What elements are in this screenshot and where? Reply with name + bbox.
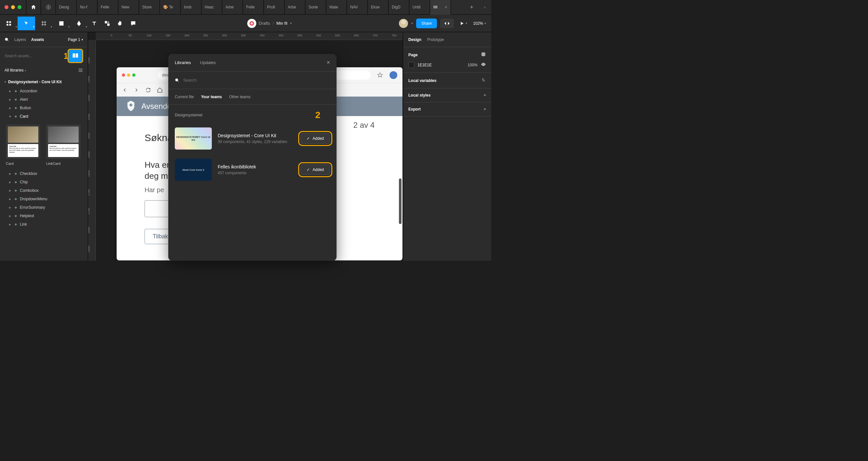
file-tab[interactable]: Untit xyxy=(409,0,430,15)
shape-tool[interactable]: ▾ xyxy=(53,17,70,30)
component-preview-linkcard[interactable]: LinkCardMust provide as with careful bus… xyxy=(46,124,81,166)
file-tab[interactable]: NAV xyxy=(347,0,368,15)
variables-settings-icon[interactable] xyxy=(481,77,486,84)
home-tab[interactable] xyxy=(26,0,41,15)
library-added-button[interactable]: Added xyxy=(301,133,330,144)
tree-item-label: Alert xyxy=(20,97,28,102)
file-tab[interactable]: Store xyxy=(139,0,160,15)
file-tab[interactable]: Felle xyxy=(97,0,118,15)
assets-tab[interactable]: Assets xyxy=(31,37,44,42)
share-button[interactable]: Share xyxy=(416,19,437,28)
tree-item-label: DropdownMenu xyxy=(20,197,48,201)
file-tab[interactable]: Profi xyxy=(264,0,285,15)
library-added-button[interactable]: Added xyxy=(301,165,330,175)
chevron-down-icon: ▾ xyxy=(86,25,87,28)
search-icon[interactable] xyxy=(4,37,9,42)
layers-tab[interactable]: Layers xyxy=(14,37,26,42)
tree-item-errorsummary[interactable]: ▸❖ErrorSummary xyxy=(0,203,88,212)
file-tab[interactable]: No-f xyxy=(77,0,97,15)
tree-item-label: Button xyxy=(20,106,31,110)
file-tab[interactable]: Sorte xyxy=(305,0,326,15)
add-export-icon[interactable]: + xyxy=(484,107,486,112)
file-tab[interactable]: Innb xyxy=(181,0,202,15)
resources-tool[interactable] xyxy=(101,17,114,30)
text-tool[interactable] xyxy=(88,17,101,30)
file-tab[interactable]: Felle xyxy=(243,0,264,15)
tab-overflow-button[interactable]: » xyxy=(478,5,491,9)
tree-item-combobox[interactable]: ▸❖Combobox xyxy=(0,186,88,195)
file-tab[interactable]: Arbe xyxy=(285,0,305,15)
breadcrumb-folder[interactable]: Drafts xyxy=(259,21,270,26)
chevron-down-icon: ▾ xyxy=(484,22,486,25)
present-button[interactable]: ▾ xyxy=(457,21,470,26)
svg-point-10 xyxy=(5,38,8,40)
tree-library-header[interactable]: ▾ Designsystemet - Core UI Kit xyxy=(0,77,88,87)
file-tab[interactable]: 🎨 Te xyxy=(160,0,181,15)
minimize-window-button[interactable] xyxy=(11,5,15,9)
close-tab-icon[interactable]: × xyxy=(445,4,447,10)
color-opacity[interactable]: 100% xyxy=(467,63,477,67)
color-hex[interactable]: 1E1E1E xyxy=(417,63,432,67)
file-name[interactable]: Min fil xyxy=(276,21,287,26)
filter-other-teams[interactable]: Other teams xyxy=(229,95,250,99)
team-logo[interactable] xyxy=(247,19,256,28)
tree-item-card[interactable]: ▾❖Card xyxy=(0,112,88,121)
tree-item-chip[interactable]: ▸❖Chip xyxy=(0,178,88,186)
file-tab[interactable]: Ekse xyxy=(368,0,389,15)
tree-item-link[interactable]: ▸❖Link xyxy=(0,220,88,229)
design-tab[interactable]: Design xyxy=(408,37,421,42)
file-tab[interactable]: DigD xyxy=(389,0,409,15)
library-item-ikonbibliotek[interactable]: Aksel Core Icons 3 Felles ikonbibliotek … xyxy=(168,154,337,185)
chevron-down-icon[interactable]: ▾ xyxy=(290,22,292,25)
updates-modal-tab[interactable]: Updates xyxy=(200,60,216,65)
window-tab-bar: Desig No-f Felle New Store 🎨 Te Innb Hea… xyxy=(0,0,491,15)
main-menu-button[interactable]: ▾ xyxy=(0,17,18,30)
tree-item-helptext[interactable]: ▸❖Helptext xyxy=(0,212,88,220)
comment-tool[interactable] xyxy=(127,17,140,30)
canvas-scrollbar[interactable] xyxy=(399,178,402,224)
tab-label: Ekse xyxy=(371,5,380,9)
file-tab[interactable]: Arbe xyxy=(222,0,243,15)
tree-item-alert[interactable]: ▸❖Alert xyxy=(0,95,88,104)
user-avatar[interactable] xyxy=(399,19,408,28)
community-tab[interactable] xyxy=(41,0,56,15)
new-tab-button[interactable]: + xyxy=(465,4,478,11)
modal-search-input[interactable] xyxy=(183,78,330,83)
file-tab[interactable]: Mate xyxy=(326,0,347,15)
close-modal-button[interactable]: × xyxy=(327,59,330,66)
add-style-icon[interactable]: + xyxy=(484,93,486,97)
filter-current-file[interactable]: Current file xyxy=(175,95,194,99)
chevron-down-icon: ▾ xyxy=(466,22,467,25)
tree-item-accordion[interactable]: ▸❖Accordion xyxy=(0,87,88,95)
list-view-icon[interactable] xyxy=(78,68,83,72)
team-library-button[interactable] xyxy=(68,49,83,63)
file-tab[interactable]: Desig xyxy=(56,0,77,15)
file-tab[interactable]: Heac xyxy=(202,0,222,15)
close-window-button[interactable] xyxy=(4,5,8,9)
hand-tool[interactable] xyxy=(114,17,127,30)
devmode-button[interactable] xyxy=(440,19,454,28)
filter-your-teams[interactable]: Your teams xyxy=(201,95,222,99)
library-filter[interactable]: All libraries ▾ xyxy=(0,65,88,76)
tree-item-checkbox[interactable]: ▸❖Checkbox xyxy=(0,169,88,178)
maximize-window-button[interactable] xyxy=(18,5,22,9)
back-icon xyxy=(122,87,128,93)
file-tab[interactable]: New xyxy=(118,0,139,15)
component-preview-card[interactable]: Card titleMust provide as with careful b… xyxy=(6,124,40,166)
visibility-icon[interactable] xyxy=(481,62,486,68)
settings-icon[interactable] xyxy=(481,52,486,58)
prototype-tab[interactable]: Prototype xyxy=(427,37,444,42)
frame-tool[interactable]: ▾ xyxy=(35,17,53,30)
libraries-modal-tab[interactable]: Libraries xyxy=(175,60,191,65)
chevron-down-icon[interactable]: ▾ xyxy=(411,22,413,25)
zoom-level[interactable]: 102% ▾ xyxy=(473,21,486,26)
assets-search-input[interactable] xyxy=(4,54,68,58)
file-tab-active[interactable]: Mi× xyxy=(430,0,451,15)
tree-item-dropdownmenu[interactable]: ▸❖DropdownMenu xyxy=(0,195,88,203)
library-item-designsystemet[interactable]: DESIGNSYSTEMET Core UI Kit Designsysteme… xyxy=(168,123,337,154)
pen-tool[interactable]: ▾ xyxy=(70,17,88,30)
move-tool[interactable]: ▾ xyxy=(18,17,35,30)
tree-item-button[interactable]: ▸❖Button xyxy=(0,104,88,112)
color-swatch[interactable] xyxy=(408,62,414,68)
page-selector[interactable]: Page 1 ▾ xyxy=(68,37,83,42)
